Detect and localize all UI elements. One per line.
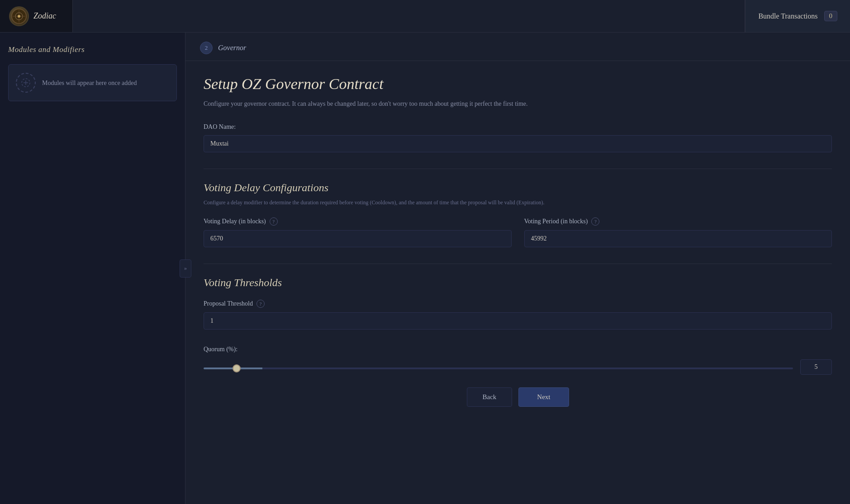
- sidebar-expand-button[interactable]: »: [180, 259, 191, 278]
- modules-empty-text: Modules will appear here once added: [42, 78, 137, 88]
- quorum-field: Quorum (%):: [204, 346, 832, 375]
- quorum-label: Quorum (%):: [204, 346, 832, 353]
- proposal-threshold-label: Proposal Threshold ?: [204, 300, 832, 308]
- quorum-value-input[interactable]: [800, 359, 832, 375]
- voting-delay-fields: Voting Delay (in blocks) ? Voting Period…: [204, 217, 832, 247]
- top-nav: Zodiac Bundle Transactions 0: [0, 0, 850, 33]
- step-badge: 2: [200, 42, 213, 54]
- voting-period-input[interactable]: [524, 230, 832, 247]
- next-button[interactable]: Next: [518, 387, 569, 407]
- voting-delay-help-icon[interactable]: ?: [270, 217, 278, 226]
- svg-point-4: [18, 15, 20, 18]
- logo-avatar: [9, 6, 29, 26]
- voting-delay-field: Voting Delay (in blocks) ?: [204, 217, 512, 247]
- quorum-row: [204, 359, 832, 375]
- step-label: Governor: [218, 44, 246, 52]
- form-content: Setup OZ Governor Contract Configure you…: [185, 61, 850, 429]
- form-actions: Back Next: [204, 375, 832, 411]
- voting-delay-input[interactable]: [204, 230, 512, 247]
- voting-delay-section: Voting Delay Configurations Configure a …: [204, 182, 832, 247]
- voting-period-label: Voting Period (in blocks) ?: [524, 217, 832, 226]
- step-header: 2 Governor: [185, 33, 850, 61]
- voting-delay-desc: Configure a delay modifier to determine …: [204, 198, 832, 207]
- quorum-slider[interactable]: [204, 367, 793, 369]
- voting-delay-label: Voting Delay (in blocks) ?: [204, 217, 512, 226]
- voting-delay-heading: Voting Delay Configurations: [204, 182, 832, 194]
- dao-name-input[interactable]: [204, 135, 832, 152]
- proposal-threshold-field: Proposal Threshold ?: [204, 300, 832, 330]
- proposal-threshold-help-icon[interactable]: ?: [256, 300, 265, 308]
- divider-1: [204, 169, 832, 169]
- content-area: 2 Governor Setup OZ Governor Contract Co…: [185, 33, 850, 504]
- expand-icon: »: [184, 265, 187, 272]
- form-description: Configure your governor contract. It can…: [204, 99, 832, 109]
- voting-thresholds-heading: Voting Thresholds: [204, 277, 832, 289]
- form-main-title: Setup OZ Governor Contract: [204, 75, 832, 93]
- modules-empty-card: Modules will appear here once added: [8, 64, 177, 101]
- main-layout: Modules and Modifiers Modules will appea…: [0, 33, 850, 504]
- voting-thresholds-section: Voting Thresholds Proposal Threshold ? Q…: [204, 277, 832, 375]
- search-bar[interactable]: [72, 0, 745, 32]
- logo-area[interactable]: Zodiac: [0, 6, 72, 26]
- dao-name-label: DAO Name:: [204, 123, 832, 131]
- sidebar: Modules and Modifiers Modules will appea…: [0, 33, 185, 504]
- bundle-label: Bundle Transactions: [758, 12, 817, 20]
- logo-text: Zodiac: [33, 11, 56, 21]
- back-button[interactable]: Back: [467, 387, 513, 407]
- dao-name-section: DAO Name:: [204, 123, 832, 152]
- divider-2: [204, 264, 832, 264]
- bundle-count: 0: [824, 11, 838, 21]
- voting-period-help-icon[interactable]: ?: [591, 217, 599, 226]
- proposal-threshold-input[interactable]: [204, 312, 832, 330]
- empty-icon: [16, 73, 36, 93]
- quorum-slider-wrapper: [204, 363, 793, 371]
- voting-period-field: Voting Period (in blocks) ?: [524, 217, 832, 247]
- bundle-transactions-button[interactable]: Bundle Transactions 0: [745, 0, 850, 32]
- sidebar-title: Modules and Modifiers: [8, 45, 177, 54]
